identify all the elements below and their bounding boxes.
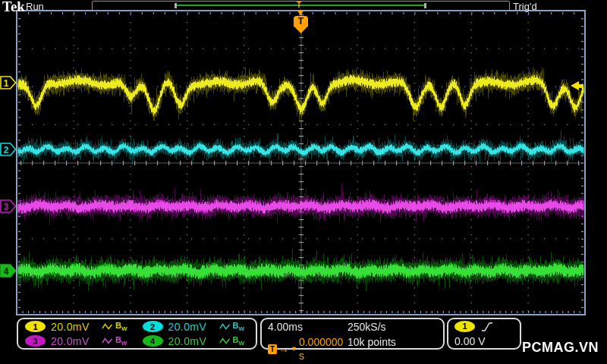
trigger-source-badge: 1	[454, 321, 475, 332]
channel-2-scale: 20.0mV	[168, 321, 214, 333]
channel-3-badge: 3	[25, 335, 46, 347]
svg-text:4: 4	[4, 266, 9, 277]
oscilloscope-screen: Tek Run T Trig'd T 1234 1 20.0mV BW 2	[0, 0, 607, 364]
sample-rate: 250kS/s	[348, 320, 437, 334]
record-window-left-bracket-icon	[175, 3, 177, 8]
ac-coupling-icon	[219, 322, 231, 331]
acquisition-status: Run	[26, 1, 44, 12]
trigger-level-value: 0.00 V	[454, 335, 485, 348]
horizontal-scale: 4.00ms	[268, 320, 348, 334]
channel-4-tab: 4	[0, 264, 17, 278]
watermark: PCMAG.VN	[522, 340, 599, 356]
channel-2-tab: 2	[0, 143, 17, 156]
channel-1-readout: 1 20.0mV BW	[20, 321, 137, 333]
channel-3-tab: 3	[0, 199, 17, 213]
channel-4-scale: 20.0mV	[168, 335, 214, 347]
svg-text:1: 1	[4, 78, 9, 89]
record-length: 10k points	[348, 335, 437, 362]
ac-coupling-icon	[219, 337, 231, 345]
trigger-level-arrow-icon	[571, 81, 583, 90]
channel-3-readout: 3 20.0mV BW	[20, 335, 137, 347]
ac-coupling-icon	[102, 337, 113, 345]
bandwidth-limit-icon: BW	[233, 335, 245, 347]
channel-1-scale: 20.0mV	[51, 321, 96, 333]
rising-edge-icon	[481, 322, 494, 332]
tek-logo: Tek	[2, 0, 25, 15]
trigger-delay-readout: T → ▼ 0.000000 s	[268, 335, 348, 362]
triangle-down-icon: ▼	[291, 342, 297, 356]
ac-coupling-icon	[102, 322, 113, 331]
arrow-right-icon: →	[278, 342, 289, 356]
horizontal-acquisition-box: 4.00ms 250kS/s T → ▼ 0.000000 s 10k poin…	[260, 318, 445, 350]
channel-4-readout: 4 20.0mV BW	[137, 335, 255, 347]
trigger-position-pointer-icon	[297, 10, 304, 15]
channel-3-scale: 20.0mV	[51, 335, 96, 347]
bandwidth-limit-icon: BW	[115, 321, 127, 332]
trigger-status: Trig'd	[513, 1, 537, 12]
svg-text:2: 2	[4, 145, 9, 155]
channel-1-badge: 1	[25, 321, 46, 332]
channel-2-badge: 2	[143, 321, 163, 332]
channel-1-tab: 1	[0, 76, 17, 89]
bandwidth-limit-icon: BW	[233, 321, 245, 332]
channel-readouts-box: 1 20.0mV BW 2 20.0mV BW 3 20.0mV	[17, 318, 257, 350]
channel-2-readout: 2 20.0mV BW	[137, 321, 255, 333]
svg-text:3: 3	[4, 202, 9, 212]
waveform-display	[0, 0, 607, 364]
record-window-right-bracket-icon	[424, 3, 426, 8]
bandwidth-limit-icon: BW	[115, 335, 127, 347]
record-trigger-marker-icon: T	[297, 1, 301, 9]
channel-4-badge: 4	[143, 335, 163, 347]
trigger-delay-value: 0.000000 s	[299, 335, 348, 362]
trigger-readout-box: 1 0.00 V	[447, 318, 521, 350]
trigger-delay-marker-icon: T	[268, 344, 277, 354]
